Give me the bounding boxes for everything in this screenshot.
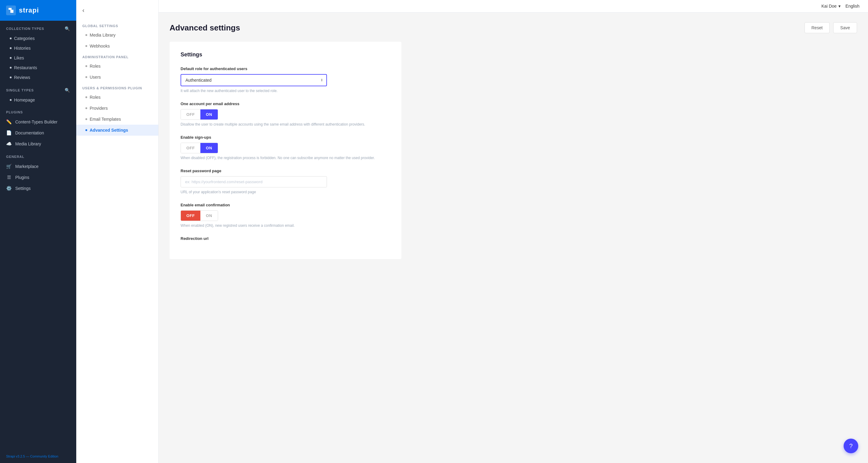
dot-icon: [10, 47, 11, 49]
strapi-logo-icon: [6, 5, 16, 15]
users-permissions-label: USERS & PERMISSIONS PLUGIN: [76, 82, 158, 92]
back-button[interactable]: ‹: [76, 0, 158, 21]
dot-icon: [85, 118, 87, 120]
dot-icon: [10, 57, 11, 59]
collection-types-header: COLLECTION TYPES 🔍: [0, 21, 76, 34]
sidebar-item-media-library[interactable]: ☁️ Media Library: [0, 138, 76, 150]
email-confirmation-hint: When enabled (ON), new registred users r…: [181, 224, 391, 228]
dot-icon: [85, 34, 87, 36]
dot-icon: [85, 107, 87, 109]
redirection-url-field-group: Redirection url: [181, 236, 391, 241]
dot-icon: [85, 76, 87, 78]
middle-item-admin-roles[interactable]: Roles: [76, 61, 158, 72]
dot-icon: [10, 76, 11, 78]
global-settings-label: GLOBAL SETTINGS: [76, 21, 158, 30]
plugins-icon: ☰: [6, 175, 11, 180]
sidebar: strapi COLLECTION TYPES 🔍 Categories His…: [0, 0, 76, 463]
plugins-header: PLUGINS: [0, 105, 76, 117]
default-role-hint: It will attach the new authenticated use…: [181, 89, 391, 93]
one-account-toggle-on[interactable]: ON: [200, 109, 218, 120]
sidebar-item-likes[interactable]: Likes: [0, 53, 76, 63]
sidebar-item-plugins[interactable]: ☰ Plugins: [0, 172, 76, 183]
enable-signups-toggle-on[interactable]: ON: [200, 143, 218, 153]
user-name: Kai Doe: [822, 4, 837, 8]
reset-button[interactable]: Reset: [805, 22, 830, 33]
dot-icon: [85, 45, 87, 47]
reset-password-label: Reset password page: [181, 169, 391, 173]
reset-password-hint: URL of your application's reset password…: [181, 190, 391, 194]
user-menu[interactable]: Kai Doe ▾: [822, 4, 841, 8]
sidebar-item-homepage[interactable]: Homepage: [0, 95, 76, 105]
one-account-field-group: One account per email address OFF ON Dis…: [181, 101, 391, 127]
sidebar-logo[interactable]: strapi: [0, 0, 76, 21]
enable-signups-field-group: Enable sign-ups OFF ON When disabled (OF…: [181, 135, 391, 160]
save-button[interactable]: Save: [833, 22, 857, 33]
sidebar-item-settings[interactable]: ⚙️ Settings: [0, 183, 76, 194]
reset-password-field-group: Reset password page URL of your applicat…: [181, 169, 391, 194]
enable-signups-toggle-off[interactable]: OFF: [181, 143, 200, 153]
email-confirmation-toggle-on[interactable]: ON: [200, 210, 218, 221]
email-confirmation-field-group: Enable email confirmation OFF ON When en…: [181, 203, 391, 228]
default-role-select-wrapper: Authenticated Public: [181, 74, 327, 86]
email-confirmation-label: Enable email confirmation: [181, 203, 391, 207]
default-role-select[interactable]: Authenticated Public: [181, 74, 327, 86]
header-actions: Reset Save: [805, 22, 857, 33]
dot-icon: [85, 129, 87, 131]
single-types-header: SINGLE TYPES 🔍: [0, 82, 76, 95]
user-dropdown-icon: ▾: [838, 4, 841, 8]
enable-signups-label: Enable sign-ups: [181, 135, 391, 140]
sidebar-item-restaurants[interactable]: Restaurants: [0, 63, 76, 72]
marketplace-icon: 🛒: [6, 164, 11, 169]
content-area: Advanced settings Reset Save Settings De…: [159, 12, 868, 463]
help-icon: ?: [849, 442, 852, 450]
middle-item-admin-users[interactable]: Users: [76, 72, 158, 82]
one-account-toggle-off[interactable]: OFF: [181, 109, 200, 120]
documentation-icon: 📄: [6, 130, 11, 136]
email-confirmation-toggle-off[interactable]: OFF: [181, 210, 200, 221]
dot-icon: [10, 67, 11, 69]
middle-panel: ‹ GLOBAL SETTINGS Media Library Webhooks…: [76, 0, 159, 463]
general-header: GENERAL: [0, 150, 76, 161]
settings-icon: ⚙️: [6, 186, 11, 191]
media-library-icon: ☁️: [6, 141, 11, 146]
middle-item-providers[interactable]: Providers: [76, 103, 158, 114]
sidebar-item-histories[interactable]: Histories: [0, 43, 76, 53]
settings-card: Settings Default role for authenticated …: [169, 42, 401, 259]
page-header: Advanced settings Reset Save: [169, 22, 857, 33]
middle-item-media-library[interactable]: Media Library: [76, 30, 158, 40]
enable-signups-toggle[interactable]: OFF ON: [181, 143, 218, 153]
one-account-toggle[interactable]: OFF ON: [181, 109, 218, 120]
language-selector[interactable]: English: [845, 4, 860, 8]
middle-item-webhooks[interactable]: Webhooks: [76, 40, 158, 52]
sidebar-item-reviews[interactable]: Reviews: [0, 72, 76, 82]
reset-password-input[interactable]: [181, 176, 327, 188]
dot-icon: [85, 65, 87, 67]
sidebar-item-content-types-builder[interactable]: ✏️ Content-Types Builder: [0, 117, 76, 127]
main-content: Kai Doe ▾ English Advanced settings Rese…: [159, 0, 868, 463]
redirection-url-label: Redirection url: [181, 236, 391, 241]
middle-item-email-templates[interactable]: Email Templates: [76, 114, 158, 125]
one-account-label: One account per email address: [181, 101, 391, 106]
email-confirmation-toggle[interactable]: OFF ON: [181, 210, 218, 221]
sidebar-item-marketplace[interactable]: 🛒 Marketplace: [0, 161, 76, 172]
dot-icon: [10, 37, 11, 39]
middle-item-advanced-settings[interactable]: Advanced Settings: [76, 125, 158, 136]
default-role-field-group: Default role for authenticated users Aut…: [181, 66, 391, 93]
settings-card-title: Settings: [181, 52, 391, 58]
sidebar-item-categories[interactable]: Categories: [0, 34, 76, 43]
collection-search-icon[interactable]: 🔍: [65, 26, 70, 31]
page-title: Advanced settings: [169, 23, 240, 33]
help-fab[interactable]: ?: [844, 439, 858, 453]
middle-item-permissions-roles[interactable]: Roles: [76, 92, 158, 103]
default-role-label: Default role for authenticated users: [181, 66, 391, 71]
sidebar-item-documentation[interactable]: 📄 Documentation: [0, 127, 76, 138]
single-search-icon[interactable]: 🔍: [65, 88, 70, 93]
topbar: Kai Doe ▾ English: [159, 0, 868, 12]
administration-label: ADMINISTRATION PANEL: [76, 52, 158, 61]
dot-icon: [85, 96, 87, 98]
content-types-builder-icon: ✏️: [6, 119, 11, 125]
enable-signups-hint: When disabled (OFF), the registration pr…: [181, 156, 391, 160]
sidebar-version: Strapi v3.2.5 — Community Edition: [0, 450, 76, 463]
one-account-hint: Disallow the user to create multiple acc…: [181, 122, 391, 127]
sidebar-logo-text: strapi: [19, 6, 39, 14]
